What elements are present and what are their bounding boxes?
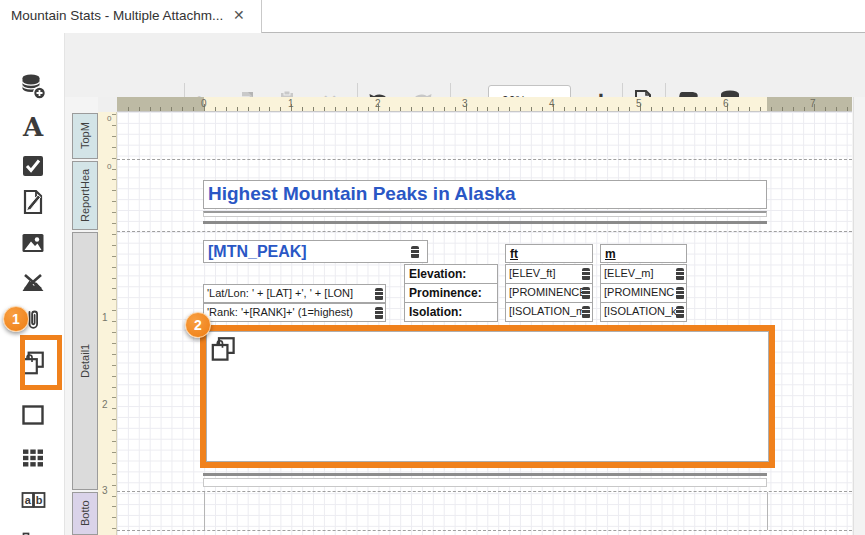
band-bottom-margin[interactable]: Botto [72,492,98,535]
ruler-tick [716,107,717,111]
isolation-km-field-element[interactable]: [ISOLATION_k [600,302,687,322]
report-title-element[interactable]: Highest Mountain Peaks in Alaska [203,180,767,209]
element-toolbox: A [0,33,65,535]
ruler-tick [575,107,576,111]
elev-ft-field-element[interactable]: [ELEV_ft] [505,264,593,284]
ruler-tick [112,267,116,268]
isolation-label-element[interactable]: Isolation: [404,302,498,322]
ruler-tick [182,107,183,111]
ruler-tick [171,107,172,111]
ruler-tick [226,107,227,111]
field-text: [PROMINENC [604,286,674,298]
ruler-tick [112,278,116,279]
ruler-tick [112,234,116,235]
field-source-icon [375,307,383,319]
band-top-margin[interactable]: TopM [72,113,98,159]
field-source-icon [676,306,684,318]
ruler-tick [455,107,456,111]
callout-step-2: 2 [185,312,211,338]
ruler-tick [825,107,826,111]
field-source-icon [582,268,590,280]
m-header-element[interactable]: m [600,244,687,263]
toolbox-text-tool[interactable]: A [20,114,46,140]
band-separator [117,231,852,232]
group-field-element[interactable]: [MTN_PEAK] [203,240,428,263]
ruler-tick [112,256,116,257]
prominence-m-field-element[interactable]: [PROMINENC [600,283,687,303]
ruler-number: 4 [549,98,555,109]
isolation-mi-field-element[interactable]: [ISOLATION_m [505,302,593,322]
barcode-ab-icon: a b [21,489,46,511]
ruler-tick [607,107,608,111]
ruler-tick [313,107,314,111]
toolbox-rectangle-tool[interactable] [20,402,46,428]
ruler-tick [804,107,805,111]
band-separator [117,530,852,531]
ft-header-element[interactable]: ft [505,244,593,263]
rank-expression-element[interactable]: 'Rank: '+[RANK]+' (1=highest) [203,303,386,322]
svg-text:a: a [24,494,31,506]
ruler-tick [237,107,238,111]
ruler-number: 2 [375,98,381,109]
field-text: [ISOLATION_m [509,305,585,317]
ruler-tick [684,107,685,111]
ruler-tick [112,125,116,126]
prominence-ft-field-element[interactable]: [PROMINENCE [505,283,593,303]
toolbox-barcode-tool[interactable]: a b [20,487,46,513]
tab-bar: Mountain Stats - Multiple Attachm... ✕ [0,0,865,33]
ruler-tick [509,107,510,111]
ruler-corner [98,97,117,112]
ruler-tick [139,107,140,111]
toolbox-table-tool[interactable] [20,445,46,471]
toolbox-line-tool[interactable] [20,529,46,535]
field-source-icon [676,287,684,299]
ruler-tick [651,107,652,111]
toolbox-checkbox-tool[interactable] [20,153,46,179]
ruler-tick [112,245,116,246]
elev-m-field-element[interactable]: [ELEV_m] [600,264,687,284]
line-element[interactable] [203,221,767,224]
toolbox-picture-placeholder-tool[interactable] [20,270,46,296]
report-page[interactable] [117,112,852,535]
ruler-tick [368,107,369,111]
document-tab[interactable]: Mountain Stats - Multiple Attachm... ✕ [0,0,262,33]
line-element[interactable] [203,478,767,487]
add-data-button[interactable] [18,70,48,102]
ruler-tick [433,107,434,111]
ruler-tick [112,528,116,529]
band-separator [117,159,852,160]
text-tool-icon: A [23,114,43,140]
toolbox-picture-tool[interactable] [20,230,46,256]
band-detail[interactable]: Detail1 [72,232,98,490]
tab-title: Mountain Stats - Multiple Attachm... [11,8,223,23]
ruler-tick [112,343,116,344]
ruler-tick [112,179,116,180]
add-data-icon [19,71,47,101]
v-ruler: 00123 [98,112,117,535]
line-element[interactable] [203,211,767,217]
rank-expression-text: 'Rank: '+[RANK]+' (1=highest) [207,306,353,318]
elevation-label-element[interactable]: Elevation: [404,264,498,284]
ruler-tick [112,506,116,507]
callout-step-1: 1 [3,306,29,332]
prominence-label-element[interactable]: Prominence: [404,283,498,303]
ruler-tick [112,474,116,475]
ruler-tick [112,321,116,322]
ruler-tick [847,107,848,111]
ruler-number: 3 [462,98,468,109]
toolbox-report-design-tool[interactable] [20,189,46,215]
vertical-scrollbar[interactable] [853,97,865,535]
tab-close-icon[interactable]: ✕ [233,7,245,23]
band-separator [117,491,852,492]
ruler-tick [335,107,336,111]
ruler-tick [596,107,597,111]
band-report-header[interactable]: ReportHea [72,161,98,230]
line-element[interactable] [203,473,767,476]
ruler-number: 6 [723,98,729,109]
ruler-tick [662,107,663,111]
ruler-tick [112,169,116,170]
element-highlight-box [200,325,775,468]
latlon-expression-element[interactable]: 'Lat/Lon: ' + [LAT] +', ' + [LON] [203,284,386,303]
ruler-tick [302,107,303,111]
ruler-tick [705,107,706,111]
